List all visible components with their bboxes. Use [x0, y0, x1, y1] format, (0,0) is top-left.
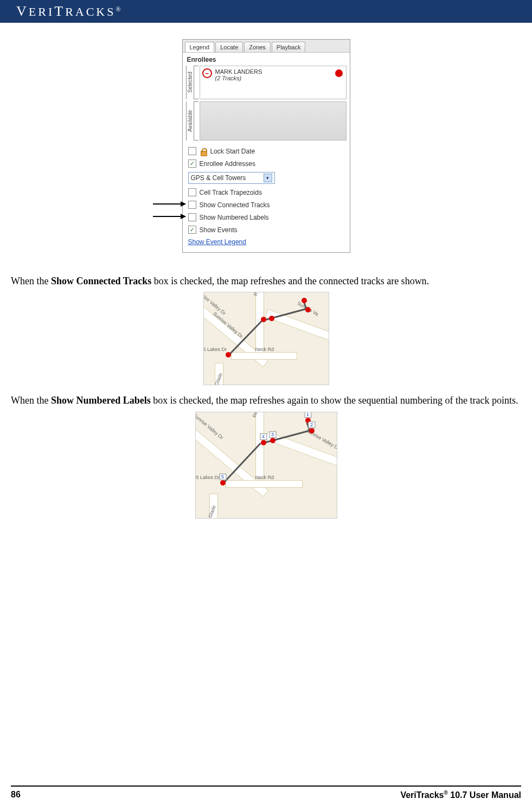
arrow-icon [153, 216, 185, 217]
opt-events-label: Show Events [200, 226, 238, 234]
event-legend-link[interactable]: Show Event Legend [188, 238, 246, 246]
track-point [302, 298, 307, 303]
footer-reg: ® [444, 790, 447, 796]
opt-conn-label: Show Connected Tracks [200, 201, 270, 209]
track-point [269, 316, 274, 321]
tab-locate[interactable]: Locate [215, 42, 243, 52]
p2b: Show Numbered Labels [51, 395, 151, 406]
checkbox-lock[interactable] [188, 147, 196, 155]
color-dot-icon [335, 69, 343, 77]
footer-brand: VeriTracks [400, 790, 444, 800]
page-footer: 86 VeriTracks® 10.7 User Manual [11, 786, 521, 800]
tab-bar: Legend Locate Zones Playback [183, 40, 350, 53]
legend-panel: Legend Locate Zones Playback Enrollees S… [182, 39, 350, 253]
opt-lock-label: Lock Start Date [210, 148, 255, 155]
p2a: When the [11, 395, 51, 406]
opt-numbered-labels: Show Numbered Labels [188, 211, 344, 223]
track-point [261, 440, 266, 445]
road [231, 352, 297, 360]
remove-icon[interactable]: – [202, 68, 212, 78]
enrollee-entry: MARK LANDERS (2 Tracks) [215, 68, 262, 81]
header-bar: VVERITRACKSERITRACKS® [0, 0, 532, 23]
tab-playback[interactable]: Playback [272, 42, 306, 52]
checkbox-connected[interactable] [188, 201, 196, 209]
checkbox-addresses[interactable]: ✓ [188, 159, 196, 168]
road-label: S Lakes Dr [203, 347, 227, 352]
p1c: box is checked, the map refreshes and th… [151, 276, 429, 286]
num-label-3: 3 [269, 431, 276, 438]
paragraph-numbered: When the Show Numbered Labels box is che… [11, 394, 521, 407]
legend-panel-figure: Legend Locate Zones Playback Enrollees S… [182, 39, 350, 253]
dd-value: GPS & Cell Towers [191, 174, 246, 182]
enrollee-tracks: (2 Tracks) [215, 75, 262, 81]
road-label: Neck Rd [255, 347, 274, 352]
road [226, 480, 303, 488]
track-point [226, 352, 231, 357]
map-numbered-labels: Sunrise Valley Dr Reston Pkwy Sunrise Va… [195, 412, 337, 519]
road-label: Neck Rd [255, 475, 274, 480]
num-label-5: 5 [219, 474, 226, 480]
map-connected-tracks: rise Valley Dr Reston Pkwy Sunrise Va S … [203, 292, 329, 385]
p1b: Show Connected Tracks [51, 276, 151, 286]
available-list [200, 101, 347, 141]
selected-row: Selected – MARK LANDERS (2 Tracks) [186, 66, 347, 99]
p1a: When the [11, 276, 51, 286]
track-point [270, 438, 275, 443]
footer-suffix: 10.7 User Manual [448, 790, 521, 800]
opt-trapezoids: Cell Track Trapezoids [188, 186, 344, 199]
checkbox-events[interactable]: ✓ [188, 226, 196, 234]
track-point [261, 317, 266, 322]
p2c: box is checked, the map refreshes again … [151, 395, 518, 406]
selected-list: – MARK LANDERS (2 Tracks) [200, 66, 347, 99]
track-point [309, 428, 315, 433]
opt-lock-start-date: Lock Start Date [188, 145, 344, 157]
track-point [305, 307, 311, 312]
enrollee-name: MARK LANDERS [215, 68, 262, 75]
brand-logo: VVERITRACKSERITRACKS® [16, 3, 121, 20]
available-row: Available [186, 101, 347, 141]
track-point [220, 480, 226, 486]
num-label-4: 4 [260, 433, 267, 440]
tab-zones[interactable]: Zones [244, 42, 271, 52]
reg-mark: ® [116, 5, 120, 13]
opt-enrollee-addresses: ✓ Enrollee Addresses [188, 157, 344, 170]
available-side-label: Available [186, 101, 194, 141]
paragraph-connected: When the Show Connected Tracks box is ch… [11, 274, 521, 288]
opt-num-label: Show Numbered Labels [200, 214, 269, 221]
gps-dropdown[interactable]: GPS & Cell Towers ▾ [188, 172, 275, 184]
opt-trap-label: Cell Track Trapezoids [200, 189, 262, 196]
page-number: 86 [11, 790, 21, 800]
num-label-1: 1 [304, 412, 311, 418]
options-block: Lock Start Date ✓ Enrollee Addresses GPS… [183, 141, 350, 252]
selected-bracket [194, 66, 198, 99]
road [265, 309, 329, 344]
arrow-icon [153, 203, 185, 205]
tab-legend[interactable]: Legend [185, 42, 215, 52]
opt-show-events: ✓ Show Events [188, 223, 344, 236]
chevron-down-icon: ▾ [264, 174, 272, 182]
checkbox-trapezoids[interactable] [188, 188, 196, 196]
opt-event-legend-link: Show Event Legend [188, 236, 344, 248]
opt-connected-tracks: Show Connected Tracks [188, 199, 344, 211]
footer-title: VeriTracks® 10.7 User Manual [400, 790, 521, 800]
lock-icon [200, 148, 207, 155]
enrollees-header: Enrollees [183, 53, 350, 66]
selected-side-label: Selected [186, 66, 194, 99]
num-label-2: 2 [308, 422, 315, 428]
opt-addr-label: Enrollee Addresses [200, 160, 255, 168]
road-label: S Lakes Dr [196, 475, 220, 480]
checkbox-numbered[interactable] [188, 213, 196, 221]
available-bracket [194, 101, 198, 141]
